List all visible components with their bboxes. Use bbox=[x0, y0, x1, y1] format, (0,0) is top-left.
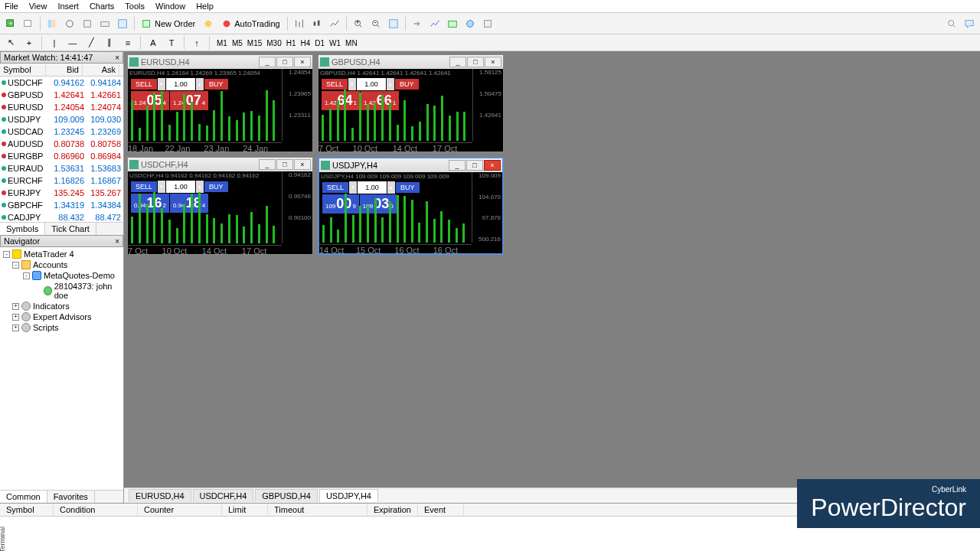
menu-charts[interactable]: Charts bbox=[90, 2, 114, 11]
text-label-icon[interactable]: T bbox=[164, 35, 179, 51]
chart-tab[interactable]: USDJPY,H4 bbox=[319, 489, 378, 502]
term-col-expiration[interactable]: Expiration bbox=[368, 504, 418, 516]
chart-window[interactable]: USDCHF,H4 _ □ × USDCHF,H4 0.94162 0.9416… bbox=[127, 157, 313, 255]
market-watch-icon[interactable] bbox=[44, 16, 60, 31]
zoom-out-icon[interactable]: - bbox=[368, 16, 384, 31]
minimize-button[interactable]: _ bbox=[259, 159, 276, 170]
profiles-icon[interactable] bbox=[21, 16, 36, 31]
chat-icon[interactable] bbox=[962, 16, 977, 31]
chart-titlebar[interactable]: USDJPY,H4 _ □ × bbox=[319, 158, 502, 172]
timeframe-m1[interactable]: M1 bbox=[214, 38, 230, 48]
periodicity-icon[interactable] bbox=[445, 16, 460, 31]
market-watch-row[interactable]: GBPCHF1.343191.34384 bbox=[0, 199, 123, 211]
maximize-button[interactable]: □ bbox=[466, 160, 483, 171]
chart-tab[interactable]: EURUSD,H4 bbox=[129, 489, 191, 502]
maximize-button[interactable]: □ bbox=[467, 57, 484, 67]
chart-window[interactable]: EURUSD,H4 _ □ × EURUSD,H4 1.24184 1.2426… bbox=[127, 54, 313, 152]
column-symbol[interactable]: Symbol bbox=[0, 64, 46, 76]
vertical-line-icon[interactable]: | bbox=[47, 35, 62, 51]
menu-file[interactable]: File bbox=[5, 2, 18, 11]
zoom-in-icon[interactable]: + bbox=[351, 16, 366, 31]
chart-body[interactable]: USDCHF,H4 0.94162 0.94162 0.94162 0.9416… bbox=[128, 171, 312, 254]
market-watch-row[interactable]: AUDUSD0.807380.80758 bbox=[0, 138, 123, 150]
expand-icon[interactable]: + bbox=[12, 324, 19, 331]
market-watch-row[interactable]: EURGBP0.869600.86984 bbox=[0, 150, 123, 162]
timeframe-h4[interactable]: H4 bbox=[299, 38, 313, 48]
market-watch-row[interactable]: USDJPY109.009109.030 bbox=[0, 113, 123, 126]
chart-shift-icon[interactable] bbox=[410, 16, 425, 31]
timeframe-mn[interactable]: MN bbox=[343, 38, 360, 48]
chart-body[interactable]: USDJPY,H4 109.009 109.009 109.009 109.00… bbox=[319, 172, 502, 253]
close-button[interactable]: × bbox=[485, 57, 501, 67]
auto-scroll-icon[interactable] bbox=[386, 16, 401, 31]
chart-titlebar[interactable]: GBPUSD,H4 _ □ × bbox=[318, 55, 503, 69]
close-icon[interactable]: × bbox=[115, 237, 119, 246]
column-bid[interactable]: Bid bbox=[46, 64, 83, 76]
chart-body[interactable]: EURUSD,H4 1.24184 1.24269 1.23965 1.2405… bbox=[128, 69, 312, 152]
collapse-icon[interactable]: - bbox=[3, 251, 10, 258]
nav-item[interactable]: +Scripts bbox=[2, 322, 122, 333]
chart-window[interactable]: USDJPY,H4 _ □ × USDJPY,H4 109.009 109.00… bbox=[318, 157, 504, 255]
channel-icon[interactable]: ∥ bbox=[102, 35, 117, 51]
maximize-button[interactable]: □ bbox=[276, 57, 293, 67]
new-order-button[interactable]: New Order bbox=[139, 18, 198, 29]
autotrading-button[interactable]: AutoTrading bbox=[218, 18, 283, 29]
objects-icon[interactable] bbox=[480, 16, 495, 31]
market-watch-row[interactable]: CADJPY88.43288.472 bbox=[0, 211, 123, 222]
menu-insert[interactable]: Insert bbox=[57, 2, 79, 11]
timeframe-m15[interactable]: M15 bbox=[245, 38, 264, 48]
timeframe-d1[interactable]: D1 bbox=[312, 38, 327, 48]
metaquotes-icon[interactable] bbox=[201, 16, 216, 31]
close-button[interactable]: × bbox=[294, 57, 311, 67]
minimize-button[interactable]: _ bbox=[259, 57, 276, 67]
close-button[interactable]: × bbox=[484, 160, 501, 171]
bar-chart-icon[interactable] bbox=[292, 16, 307, 31]
search-icon[interactable] bbox=[944, 16, 959, 31]
navigator-icon[interactable] bbox=[80, 16, 95, 31]
horizontal-line-icon[interactable]: — bbox=[65, 35, 80, 51]
close-icon[interactable]: × bbox=[115, 54, 119, 62]
expand-icon[interactable]: + bbox=[12, 303, 19, 310]
trendline-icon[interactable]: ╱ bbox=[83, 35, 99, 51]
crosshair-icon[interactable]: + bbox=[21, 35, 37, 51]
chart-titlebar[interactable]: EURUSD,H4 _ □ × bbox=[128, 55, 312, 69]
text-icon[interactable]: A bbox=[145, 35, 161, 51]
menu-help[interactable]: Help bbox=[196, 2, 214, 11]
market-watch-row[interactable]: EURUSD1.240541.24074 bbox=[0, 101, 123, 113]
term-col-counter[interactable]: Counter bbox=[138, 504, 222, 516]
timeframe-m5[interactable]: M5 bbox=[230, 38, 245, 48]
nav-tab-common[interactable]: Common bbox=[0, 491, 47, 503]
expand-icon[interactable]: - bbox=[12, 262, 19, 269]
nav-root[interactable]: - MetaTrader 4 bbox=[2, 249, 122, 259]
nav-item[interactable]: 28104373: john doe bbox=[2, 281, 122, 301]
chart-window[interactable]: GBPUSD,H4 _ □ × GBPUSD,H4 1.42641 1.4264… bbox=[318, 54, 504, 152]
market-watch-row[interactable]: GBPUSD1.426411.42661 bbox=[0, 89, 123, 101]
column-ask[interactable]: Ask bbox=[83, 64, 119, 76]
mw-tab-symbols[interactable]: Symbols bbox=[0, 223, 45, 235]
term-col-condition[interactable]: Condition bbox=[54, 504, 138, 516]
terminal-icon[interactable] bbox=[97, 16, 113, 31]
chart-tab[interactable]: GBPUSD,H4 bbox=[255, 489, 318, 502]
minimize-button[interactable]: _ bbox=[449, 57, 466, 67]
templates-icon[interactable] bbox=[462, 16, 478, 31]
timeframe-w1[interactable]: W1 bbox=[327, 38, 343, 48]
arrows-icon[interactable]: ↑ bbox=[189, 35, 204, 51]
line-chart-icon[interactable] bbox=[327, 16, 342, 31]
chart-tab[interactable]: USDCHF,H4 bbox=[193, 489, 254, 502]
candle-chart-icon[interactable] bbox=[309, 16, 325, 31]
chart-titlebar[interactable]: USDCHF,H4 _ □ × bbox=[128, 158, 312, 171]
minimize-button[interactable]: _ bbox=[449, 160, 466, 171]
market-watch-row[interactable]: EURCHF1.168261.16867 bbox=[0, 174, 123, 187]
nav-item[interactable]: +Indicators bbox=[2, 301, 122, 311]
strategy-tester-icon[interactable] bbox=[115, 16, 130, 31]
chart-body[interactable]: GBPUSD,H4 1.42641 1.42641 1.42641 1.4264… bbox=[318, 69, 503, 152]
menu-view[interactable]: View bbox=[29, 2, 47, 11]
term-col-limit[interactable]: Limit bbox=[222, 504, 268, 516]
nav-tab-favorites[interactable]: Favorites bbox=[47, 491, 95, 503]
nav-item[interactable]: -MetaQuotes-Demo bbox=[2, 270, 122, 281]
expand-icon[interactable]: + bbox=[12, 314, 19, 321]
close-button[interactable]: × bbox=[294, 159, 311, 170]
timeframe-m30[interactable]: M30 bbox=[264, 38, 283, 48]
indicators-icon[interactable] bbox=[427, 16, 443, 31]
timeframe-h1[interactable]: H1 bbox=[284, 38, 299, 48]
